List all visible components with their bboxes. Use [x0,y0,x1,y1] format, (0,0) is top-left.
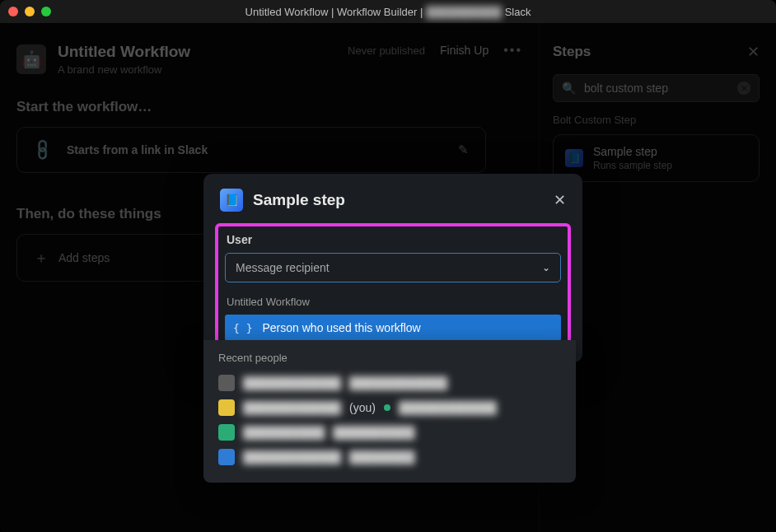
online-status-icon [384,404,390,411]
avatar [218,424,235,441]
title-prefix: Untitled Workflow | Workflow Builder | [245,6,426,18]
person-displayname: ████████████ [399,401,497,414]
window-zoom-button[interactable] [41,7,51,16]
person-name: ██████████ [243,426,325,439]
person-displayname: ██████████ [333,426,414,439]
app-window: Untitled Workflow | Workflow Builder | █… [0,0,776,532]
avatar [218,375,235,391]
person-name: ████████████ [243,376,341,390]
modal-close-icon[interactable]: ✕ [554,191,566,209]
title-workspace-blurred: ██████████ [426,6,502,18]
title-suffix: Slack [502,6,531,18]
modal-app-icon: 📘 [220,189,243,212]
titlebar: Untitled Workflow | Workflow Builder | █… [0,0,776,23]
modal-header: 📘 Sample step ✕ [203,174,582,223]
you-label: (you) [349,401,376,414]
option-person-who-used[interactable]: { } Person who used this workflow [225,315,561,341]
person-name: ████████████ [243,401,341,414]
modal-title: Sample step [253,191,345,209]
avatar [218,449,235,465]
user-field-label: User [225,231,561,253]
option-text: Person who used this workflow [262,321,420,334]
highlight-annotation: User Message recipient ⌄ Untitled Workfl… [215,223,571,351]
window-title: Untitled Workflow | Workflow Builder | █… [0,6,776,18]
traffic-lights [8,7,51,16]
chevron-down-icon: ⌄ [542,262,550,273]
step-config-modal: 📘 Sample step ✕ User Message recipient ⌄… [203,174,582,362]
person-name: ████████████ [243,450,341,464]
person-displayname: ████████████ [349,376,447,390]
avatar [218,399,235,416]
person-option[interactable]: ██████████ ██████████ [217,420,563,445]
user-select[interactable]: Message recipient ⌄ [225,253,561,282]
person-option[interactable]: ████████████ ████████ [217,445,563,469]
window-minimize-button[interactable] [25,7,35,16]
variable-icon: { } [233,322,252,334]
option-group-label: Untitled Workflow [225,282,561,315]
window-close-button[interactable] [8,7,18,16]
recent-people-dropdown: Recent people ████████████ ████████████ … [203,340,576,483]
person-option[interactable]: ████████████ ████████████ [217,371,563,395]
person-displayname: ████████ [349,450,414,464]
user-select-placeholder: Message recipient [236,261,330,274]
recent-people-label: Recent people [217,347,563,371]
person-option[interactable]: ████████████ (you) ████████████ [217,395,563,420]
